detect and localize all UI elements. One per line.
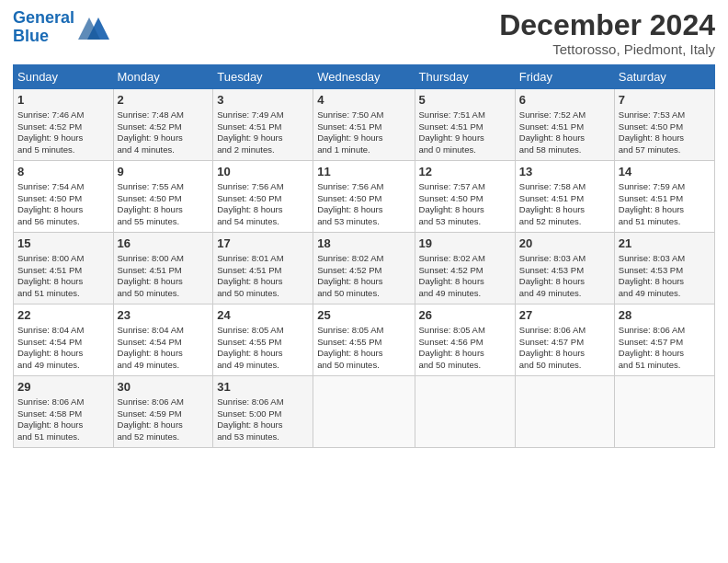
logo: GeneralBlue bbox=[13, 9, 111, 46]
day-info: Sunrise: 8:05 AM Sunset: 4:55 PM Dayligh… bbox=[217, 325, 309, 372]
day-info: Sunrise: 7:53 AM Sunset: 4:50 PM Dayligh… bbox=[619, 109, 711, 156]
calendar-cell: 7Sunrise: 7:53 AM Sunset: 4:50 PM Daylig… bbox=[614, 89, 714, 161]
day-info: Sunrise: 8:01 AM Sunset: 4:51 PM Dayligh… bbox=[217, 253, 309, 300]
day-info: Sunrise: 7:57 AM Sunset: 4:50 PM Dayligh… bbox=[419, 181, 511, 228]
day-number: 21 bbox=[619, 236, 711, 252]
day-number: 26 bbox=[419, 307, 511, 324]
page-container: GeneralBlue December 2024 Tettorosso, Pi… bbox=[0, 0, 728, 454]
calendar-cell: 9Sunrise: 7:55 AM Sunset: 4:50 PM Daylig… bbox=[113, 161, 213, 233]
day-info: Sunrise: 8:04 AM Sunset: 4:54 PM Dayligh… bbox=[17, 325, 109, 372]
day-info: Sunrise: 8:03 AM Sunset: 4:53 PM Dayligh… bbox=[519, 253, 610, 300]
month-title: December 2024 bbox=[499, 9, 715, 41]
calendar-cell: 19Sunrise: 8:02 AM Sunset: 4:52 PM Dayli… bbox=[415, 233, 515, 304]
title-block: December 2024 Tettorosso, Piedmont, Ital… bbox=[499, 9, 715, 57]
calendar-table: SundayMondayTuesdayWednesdayThursdayFrid… bbox=[13, 64, 715, 448]
calendar-cell: 4Sunrise: 7:50 AM Sunset: 4:51 PM Daylig… bbox=[313, 89, 415, 161]
calendar-cell: 27Sunrise: 8:06 AM Sunset: 4:57 PM Dayli… bbox=[515, 304, 614, 376]
weekday-header-friday: Friday bbox=[515, 65, 614, 89]
day-number: 13 bbox=[519, 164, 610, 180]
calendar-cell: 31Sunrise: 8:06 AM Sunset: 5:00 PM Dayli… bbox=[213, 376, 313, 448]
calendar-cell: 6Sunrise: 7:52 AM Sunset: 4:51 PM Daylig… bbox=[515, 89, 614, 161]
location-subtitle: Tettorosso, Piedmont, Italy bbox=[499, 41, 715, 57]
day-number: 5 bbox=[419, 92, 511, 109]
calendar-cell: 20Sunrise: 8:03 AM Sunset: 4:53 PM Dayli… bbox=[515, 233, 614, 304]
calendar-cell: 26Sunrise: 8:05 AM Sunset: 4:56 PM Dayli… bbox=[415, 304, 515, 376]
weekday-header-wednesday: Wednesday bbox=[313, 65, 415, 89]
day-number: 30 bbox=[118, 379, 210, 396]
calendar-cell: 11Sunrise: 7:56 AM Sunset: 4:50 PM Dayli… bbox=[313, 161, 415, 233]
day-number: 23 bbox=[118, 307, 210, 324]
day-number: 17 bbox=[217, 236, 309, 252]
day-number: 2 bbox=[118, 92, 210, 109]
day-info: Sunrise: 8:00 AM Sunset: 4:51 PM Dayligh… bbox=[17, 253, 109, 300]
day-number: 6 bbox=[519, 92, 610, 109]
calendar-cell: 14Sunrise: 7:59 AM Sunset: 4:51 PM Dayli… bbox=[614, 161, 714, 233]
calendar-cell: 17Sunrise: 8:01 AM Sunset: 4:51 PM Dayli… bbox=[213, 233, 313, 304]
calendar-cell: 5Sunrise: 7:51 AM Sunset: 4:51 PM Daylig… bbox=[415, 89, 515, 161]
calendar-cell: 15Sunrise: 8:00 AM Sunset: 4:51 PM Dayli… bbox=[14, 233, 114, 304]
calendar-cell bbox=[614, 376, 714, 448]
calendar-cell: 28Sunrise: 8:06 AM Sunset: 4:57 PM Dayli… bbox=[614, 304, 714, 376]
weekday-header-tuesday: Tuesday bbox=[213, 65, 313, 89]
calendar-cell: 13Sunrise: 7:58 AM Sunset: 4:51 PM Dayli… bbox=[515, 161, 614, 233]
day-number: 20 bbox=[519, 236, 610, 252]
calendar-cell: 12Sunrise: 7:57 AM Sunset: 4:50 PM Dayli… bbox=[415, 161, 515, 233]
calendar-cell bbox=[515, 376, 614, 448]
calendar-cell: 10Sunrise: 7:56 AM Sunset: 4:50 PM Dayli… bbox=[213, 161, 313, 233]
day-number: 12 bbox=[419, 164, 511, 180]
weekday-header-saturday: Saturday bbox=[614, 65, 714, 89]
calendar-cell bbox=[313, 376, 415, 448]
day-info: Sunrise: 8:02 AM Sunset: 4:52 PM Dayligh… bbox=[419, 253, 511, 300]
day-info: Sunrise: 8:06 AM Sunset: 4:57 PM Dayligh… bbox=[519, 325, 610, 372]
day-info: Sunrise: 7:49 AM Sunset: 4:51 PM Dayligh… bbox=[217, 109, 309, 156]
day-info: Sunrise: 8:05 AM Sunset: 4:56 PM Dayligh… bbox=[419, 325, 511, 372]
logo-text: GeneralBlue bbox=[13, 9, 74, 46]
day-info: Sunrise: 7:46 AM Sunset: 4:52 PM Dayligh… bbox=[17, 109, 109, 156]
calendar-cell bbox=[415, 376, 515, 448]
weekday-header-sunday: Sunday bbox=[14, 65, 114, 89]
day-number: 29 bbox=[17, 379, 109, 396]
day-number: 14 bbox=[619, 164, 711, 180]
day-info: Sunrise: 8:02 AM Sunset: 4:52 PM Dayligh… bbox=[317, 253, 410, 300]
calendar-cell: 22Sunrise: 8:04 AM Sunset: 4:54 PM Dayli… bbox=[14, 304, 114, 376]
logo-icon bbox=[78, 14, 111, 43]
day-number: 16 bbox=[118, 236, 210, 252]
day-number: 7 bbox=[619, 92, 711, 109]
day-number: 9 bbox=[118, 164, 210, 180]
day-number: 4 bbox=[317, 92, 410, 109]
day-number: 24 bbox=[217, 307, 309, 324]
calendar-cell: 2Sunrise: 7:48 AM Sunset: 4:52 PM Daylig… bbox=[113, 89, 213, 161]
calendar-week-5: 29Sunrise: 8:06 AM Sunset: 4:58 PM Dayli… bbox=[14, 376, 715, 448]
day-info: Sunrise: 7:56 AM Sunset: 4:50 PM Dayligh… bbox=[317, 181, 410, 228]
day-number: 27 bbox=[519, 307, 610, 324]
calendar-cell: 30Sunrise: 8:06 AM Sunset: 4:59 PM Dayli… bbox=[113, 376, 213, 448]
day-number: 19 bbox=[419, 236, 511, 252]
day-info: Sunrise: 8:06 AM Sunset: 4:59 PM Dayligh… bbox=[118, 396, 210, 443]
day-info: Sunrise: 8:06 AM Sunset: 4:57 PM Dayligh… bbox=[619, 325, 711, 372]
calendar-cell: 8Sunrise: 7:54 AM Sunset: 4:50 PM Daylig… bbox=[14, 161, 114, 233]
calendar-cell: 23Sunrise: 8:04 AM Sunset: 4:54 PM Dayli… bbox=[113, 304, 213, 376]
calendar-cell: 29Sunrise: 8:06 AM Sunset: 4:58 PM Dayli… bbox=[14, 376, 114, 448]
weekday-header-monday: Monday bbox=[113, 65, 213, 89]
calendar-week-2: 8Sunrise: 7:54 AM Sunset: 4:50 PM Daylig… bbox=[14, 161, 715, 233]
calendar-cell: 16Sunrise: 8:00 AM Sunset: 4:51 PM Dayli… bbox=[113, 233, 213, 304]
day-info: Sunrise: 7:55 AM Sunset: 4:50 PM Dayligh… bbox=[118, 181, 210, 228]
day-number: 8 bbox=[17, 164, 109, 180]
day-info: Sunrise: 7:56 AM Sunset: 4:50 PM Dayligh… bbox=[217, 181, 309, 228]
day-info: Sunrise: 8:04 AM Sunset: 4:54 PM Dayligh… bbox=[118, 325, 210, 372]
day-info: Sunrise: 8:00 AM Sunset: 4:51 PM Dayligh… bbox=[118, 253, 210, 300]
day-number: 15 bbox=[17, 236, 109, 252]
calendar-cell: 24Sunrise: 8:05 AM Sunset: 4:55 PM Dayli… bbox=[213, 304, 313, 376]
calendar-week-1: 1Sunrise: 7:46 AM Sunset: 4:52 PM Daylig… bbox=[14, 89, 715, 161]
day-number: 18 bbox=[317, 236, 410, 252]
calendar-week-4: 22Sunrise: 8:04 AM Sunset: 4:54 PM Dayli… bbox=[14, 304, 715, 376]
day-info: Sunrise: 7:54 AM Sunset: 4:50 PM Dayligh… bbox=[17, 181, 109, 228]
calendar-week-3: 15Sunrise: 8:00 AM Sunset: 4:51 PM Dayli… bbox=[14, 233, 715, 304]
day-number: 25 bbox=[317, 307, 410, 324]
day-info: Sunrise: 8:06 AM Sunset: 4:58 PM Dayligh… bbox=[17, 396, 109, 443]
header: GeneralBlue December 2024 Tettorosso, Pi… bbox=[13, 9, 715, 57]
day-info: Sunrise: 7:58 AM Sunset: 4:51 PM Dayligh… bbox=[519, 181, 610, 228]
day-info: Sunrise: 7:59 AM Sunset: 4:51 PM Dayligh… bbox=[619, 181, 711, 228]
day-number: 31 bbox=[217, 379, 309, 396]
calendar-cell: 3Sunrise: 7:49 AM Sunset: 4:51 PM Daylig… bbox=[213, 89, 313, 161]
